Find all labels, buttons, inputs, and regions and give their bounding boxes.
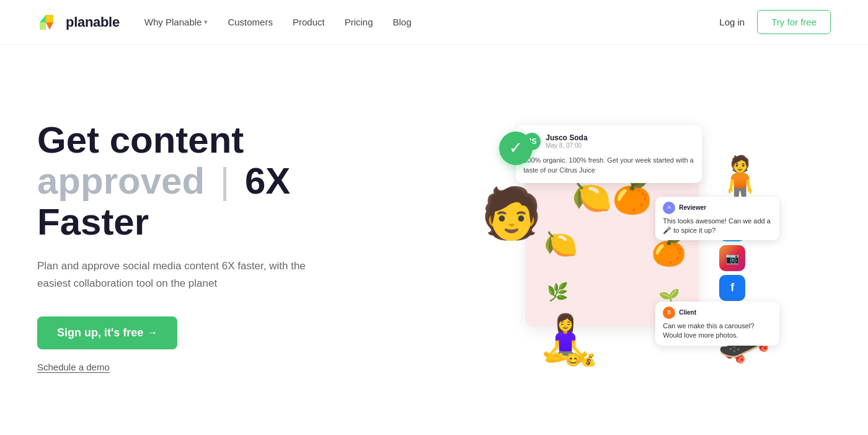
hero-illustration: 🍋🍊 🍋 🍊 🌿 🌱 JS Jusco Soda May 8, 07:00 10… [418, 85, 831, 408]
facebook-icon: f [719, 275, 745, 301]
hero-title-line1: Get content [37, 119, 244, 161]
commenter-name-2: Client [679, 308, 696, 317]
comment-header-1: A Reviewer [663, 202, 772, 214]
comment-bubble-1: A Reviewer This looks awesome! Can we ad… [655, 197, 779, 241]
nav-why-planable[interactable]: Why Planable ▾ [144, 17, 208, 27]
nav-product[interactable]: Product [293, 17, 325, 27]
approval-badge: ✓ [499, 132, 533, 165]
nav-left: planable Why Planable ▾ Customers Produc… [37, 11, 412, 34]
signup-button[interactable]: Sign up, it's free → [37, 316, 177, 349]
svg-marker-0 [40, 15, 46, 22]
comment-text-1: This looks awesome! Can we add a 🎤 to sp… [663, 217, 771, 234]
character-boy: 🧑 [480, 184, 542, 243]
emoji-decorations: 😊💰 [565, 352, 596, 367]
commenter-name-1: Reviewer [679, 204, 706, 212]
svg-marker-1 [46, 15, 53, 22]
hero-title-divider: | [220, 160, 230, 202]
hero-section: Get content approved | 6X Faster Plan an… [0, 45, 868, 435]
demo-button[interactable]: Schedule a demo [37, 362, 110, 372]
nav-blog[interactable]: Blog [393, 17, 412, 27]
comment-bubble-2: B Client Can we make this a carousel? Wo… [655, 302, 779, 346]
post-text: 100% organic. 100% fresh. Get your week … [523, 155, 694, 176]
navigation: planable Why Planable ▾ Customers Produc… [0, 0, 868, 45]
leaves: 🌿 [547, 282, 569, 302]
post-preview-card: JS Jusco Soda May 8, 07:00 100% organic.… [516, 125, 702, 183]
commenter-avatar-2: B [663, 307, 675, 319]
post-header: JS Jusco Soda May 8, 07:00 [523, 133, 694, 150]
hero-subtitle: Plan and approve social media content 6X… [37, 258, 310, 291]
nav-customers[interactable]: Customers [228, 17, 273, 27]
logo-text: planable [66, 14, 120, 30]
svg-marker-3 [40, 22, 46, 30]
checkmark-icon: ✓ [509, 138, 523, 158]
citrus-slice: 🍋 [544, 228, 578, 260]
logo-icon [37, 11, 60, 34]
chevron-down-icon: ▾ [204, 18, 208, 26]
hero-title-muted: approved [37, 160, 205, 202]
instagram-icon: 📷 [719, 245, 745, 271]
hero-title: Get content approved | 6X Faster [37, 120, 360, 243]
logo-link[interactable]: planable [37, 11, 120, 34]
try-free-button[interactable]: Try for free [757, 10, 831, 34]
nav-right: Log in Try for free [719, 10, 831, 34]
login-button[interactable]: Log in [719, 17, 745, 27]
svg-marker-2 [46, 22, 53, 30]
commenter-avatar-1: A [663, 202, 675, 214]
comment-header-2: B Client [663, 307, 772, 319]
nav-links: Why Planable ▾ Customers Product Pricing… [144, 17, 412, 27]
post-brand-name: Jusco Soda [546, 133, 587, 142]
illustration-wrapper: 🍋🍊 🍋 🍊 🌿 🌱 JS Jusco Soda May 8, 07:00 10… [469, 91, 779, 401]
post-meta: Jusco Soda May 8, 07:00 [546, 133, 587, 149]
comment-text-2: Can we make this a carousel? Would love … [663, 322, 754, 339]
fruit-illustration: 🍋🍊 [572, 178, 652, 216]
post-date: May 8, 07:00 [546, 142, 587, 149]
hero-left: Get content approved | 6X Faster Plan an… [37, 120, 360, 372]
nav-pricing[interactable]: Pricing [345, 17, 373, 27]
